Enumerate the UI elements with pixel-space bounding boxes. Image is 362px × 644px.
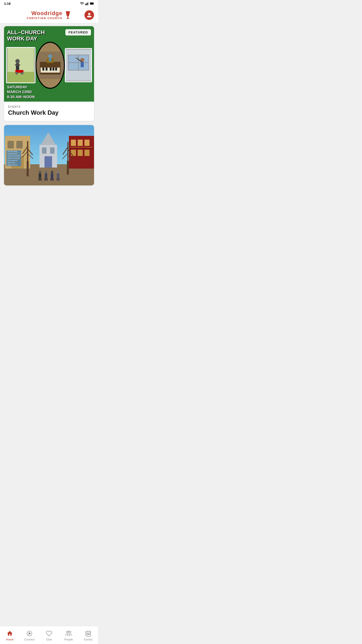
profile-button[interactable] bbox=[84, 10, 94, 20]
sign-post: RESTROOMS RIVER BLAST DOLLAR HOLLER WOOD… bbox=[7, 150, 21, 166]
svg-rect-7 bbox=[67, 18, 69, 19]
svg-line-63 bbox=[63, 147, 68, 154]
wifi-icon bbox=[80, 2, 84, 6]
logo-wordmark: Woodridge bbox=[31, 10, 62, 16]
svg-point-15 bbox=[21, 72, 24, 75]
status-time: 1:19 bbox=[4, 2, 11, 6]
signal-icon bbox=[85, 2, 89, 6]
svg-line-58 bbox=[28, 149, 33, 155]
app-header: Woodridge CHRISTIAN CHURCH bbox=[0, 7, 98, 23]
svg-rect-69 bbox=[38, 178, 40, 181]
svg-rect-6 bbox=[68, 16, 68, 18]
svg-rect-68 bbox=[39, 173, 41, 178]
profile-icon-circle bbox=[84, 10, 94, 20]
svg-point-67 bbox=[39, 171, 41, 173]
svg-rect-20 bbox=[46, 67, 47, 70]
person-3 bbox=[50, 171, 55, 181]
card-church-work-day[interactable]: ALL–CHURCHWORK DAY bbox=[4, 26, 94, 121]
svg-rect-48 bbox=[78, 140, 83, 146]
svg-point-26 bbox=[48, 54, 52, 58]
status-icons bbox=[80, 2, 94, 6]
tree-left bbox=[20, 136, 35, 176]
logo-text: Woodridge CHRISTIAN CHURCH bbox=[27, 10, 63, 19]
svg-rect-21 bbox=[50, 67, 52, 70]
sign-mercantile: MERCANTILE bbox=[7, 164, 21, 166]
person-1 bbox=[37, 171, 42, 181]
sign-vans-mill: VAN'S MILL bbox=[7, 162, 21, 164]
svg-rect-0 bbox=[85, 4, 86, 5]
status-bar: 1:19 bbox=[0, 0, 98, 7]
sign-dollar-holler: DOLLAR HOLLER bbox=[7, 155, 21, 157]
svg-rect-77 bbox=[51, 178, 52, 181]
sign-river-blast: RIVER BLAST bbox=[7, 153, 21, 155]
mowing-illustration bbox=[7, 48, 35, 83]
sign-woodcarvers: WOODCARVERS bbox=[7, 157, 21, 159]
steeple-svg bbox=[38, 132, 58, 168]
svg-rect-80 bbox=[57, 173, 59, 178]
svg-rect-3 bbox=[88, 2, 89, 5]
card-image-outdoor: RESTROOMS RIVER BLAST DOLLAR HOLLER WOOD… bbox=[4, 125, 94, 185]
svg-rect-9 bbox=[7, 72, 34, 83]
svg-rect-12 bbox=[15, 64, 20, 65]
svg-rect-44 bbox=[50, 147, 55, 154]
svg-rect-49 bbox=[84, 140, 89, 146]
logo-chalice-icon bbox=[64, 11, 71, 19]
svg-point-10 bbox=[15, 59, 20, 63]
svg-rect-72 bbox=[45, 173, 47, 178]
svg-rect-35 bbox=[75, 57, 79, 59]
svg-rect-82 bbox=[58, 178, 60, 181]
svg-rect-52 bbox=[84, 150, 89, 156]
person-2 bbox=[43, 171, 49, 181]
svg-line-59 bbox=[22, 151, 28, 157]
work-day-date: SATURDAYMARCH 23RD8:30 AM–NOON bbox=[7, 85, 35, 99]
svg-rect-27 bbox=[49, 58, 52, 62]
outdoor-scene: RESTROOMS RIVER BLAST DOLLAR HOLLER WOOD… bbox=[4, 125, 94, 185]
logo-subtitle: CHRISTIAN CHURCH bbox=[27, 17, 63, 20]
content-area: ALL–CHURCHWORK DAY bbox=[0, 23, 98, 210]
sign-candles: E'S CANDLES bbox=[7, 159, 21, 162]
piano-illustration bbox=[36, 43, 64, 88]
card-category-work-day: EVENTS bbox=[8, 105, 90, 108]
svg-rect-5 bbox=[90, 3, 93, 4]
svg-rect-43 bbox=[42, 147, 47, 154]
svg-point-79 bbox=[57, 171, 59, 173]
logo-container: Woodridge CHRISTIAN CHURCH bbox=[27, 10, 72, 19]
svg-rect-19 bbox=[42, 67, 44, 70]
svg-rect-22 bbox=[53, 67, 54, 70]
svg-rect-23 bbox=[55, 67, 57, 70]
svg-rect-45 bbox=[44, 156, 52, 168]
svg-rect-33 bbox=[81, 62, 84, 67]
window-washing-illustration bbox=[66, 49, 91, 82]
svg-rect-2 bbox=[87, 3, 88, 5]
tree-right bbox=[62, 139, 74, 175]
svg-rect-76 bbox=[51, 173, 53, 178]
photo-left bbox=[6, 47, 35, 84]
svg-rect-51 bbox=[78, 150, 83, 156]
center-building bbox=[38, 132, 58, 169]
card-outdoor-event[interactable]: RESTROOMS RIVER BLAST DOLLAR HOLLER WOOD… bbox=[4, 125, 94, 185]
svg-marker-41 bbox=[41, 132, 56, 145]
svg-rect-74 bbox=[46, 178, 48, 181]
featured-badge: FEATURED bbox=[65, 29, 91, 35]
people-row bbox=[37, 171, 61, 181]
svg-point-75 bbox=[51, 171, 53, 173]
svg-rect-11 bbox=[16, 63, 19, 70]
work-day-photos bbox=[4, 44, 94, 87]
profile-icon bbox=[86, 12, 92, 18]
battery-icon bbox=[90, 2, 94, 6]
svg-rect-1 bbox=[86, 3, 87, 5]
work-day-banner-title: ALL–CHURCHWORK DAY bbox=[7, 29, 45, 42]
svg-line-57 bbox=[23, 146, 28, 154]
svg-rect-37 bbox=[8, 141, 14, 148]
sign-restrooms: RESTROOMS bbox=[7, 150, 21, 152]
svg-point-14 bbox=[15, 72, 18, 75]
photo-center-piano bbox=[35, 42, 65, 89]
svg-rect-78 bbox=[52, 178, 54, 181]
svg-rect-70 bbox=[40, 178, 41, 181]
svg-point-71 bbox=[45, 171, 47, 173]
svg-line-64 bbox=[68, 149, 73, 156]
svg-line-66 bbox=[68, 156, 73, 160]
work-day-banner: ALL–CHURCHWORK DAY bbox=[4, 26, 94, 102]
svg-rect-73 bbox=[44, 178, 46, 181]
photo-right bbox=[65, 48, 92, 82]
